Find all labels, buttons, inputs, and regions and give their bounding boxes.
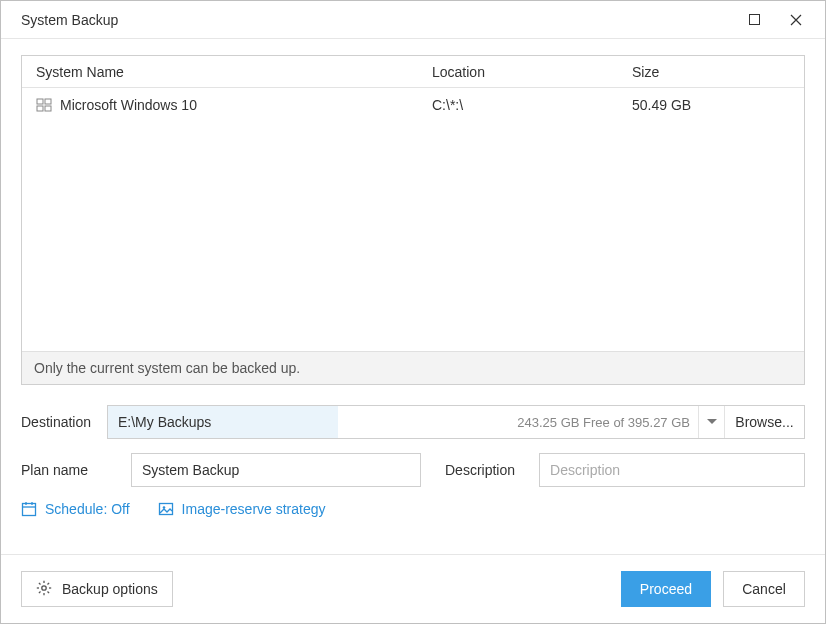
plan-name-input[interactable]: [131, 453, 421, 487]
close-icon: [790, 14, 802, 26]
schedule-link[interactable]: Schedule: Off: [21, 501, 130, 517]
table-row[interactable]: Microsoft Windows 10 C:\*:\ 50.49 GB: [22, 88, 804, 122]
options-links: Schedule: Off Image-reserve strategy: [21, 501, 805, 517]
svg-rect-5: [23, 504, 36, 516]
svg-rect-1: [37, 99, 43, 104]
svg-line-16: [39, 582, 41, 584]
svg-line-17: [48, 591, 50, 593]
destination-row: Destination E:\My Backups 243.25 GB Free…: [21, 405, 805, 439]
browse-button[interactable]: Browse...: [724, 406, 804, 438]
system-name: Microsoft Windows 10: [60, 97, 197, 113]
footer: Backup options Proceed Cancel: [1, 554, 825, 623]
destination-free-space: 243.25 GB Free of 395.27 GB: [338, 406, 698, 438]
table-body: Microsoft Windows 10 C:\*:\ 50.49 GB: [22, 88, 804, 351]
calendar-icon: [21, 501, 37, 517]
maximize-icon: [749, 14, 760, 25]
image-reserve-link[interactable]: Image-reserve strategy: [158, 501, 326, 517]
titlebar: System Backup: [1, 1, 825, 39]
gear-icon: [36, 580, 52, 599]
column-header-location[interactable]: Location: [432, 64, 632, 80]
svg-rect-4: [45, 106, 51, 111]
schedule-link-text: Schedule: Off: [45, 501, 130, 517]
window-title: System Backup: [21, 12, 733, 28]
destination-path[interactable]: E:\My Backups: [108, 406, 338, 438]
system-location: C:\*:\: [432, 97, 632, 113]
system-table: System Name Location Size Microsoft Wind…: [21, 55, 805, 385]
image-reserve-link-text: Image-reserve strategy: [182, 501, 326, 517]
image-icon: [158, 501, 174, 517]
svg-rect-3: [37, 106, 43, 111]
column-header-name[interactable]: System Name: [32, 64, 432, 80]
system-size: 50.49 GB: [632, 97, 794, 113]
windows-icon: [36, 97, 52, 113]
destination-label: Destination: [21, 414, 107, 430]
table-footer-note: Only the current system can be backed up…: [22, 351, 804, 384]
proceed-button[interactable]: Proceed: [621, 571, 711, 607]
plan-description-row: Plan name Description: [21, 453, 805, 487]
table-header: System Name Location Size: [22, 56, 804, 88]
maximize-button[interactable]: [733, 5, 775, 35]
description-input[interactable]: [539, 453, 805, 487]
column-header-size[interactable]: Size: [632, 64, 794, 80]
destination-field: E:\My Backups 243.25 GB Free of 395.27 G…: [107, 405, 805, 439]
backup-options-label: Backup options: [62, 581, 158, 597]
svg-rect-0: [749, 15, 759, 25]
form-section: Destination E:\My Backups 243.25 GB Free…: [21, 405, 805, 527]
svg-rect-2: [45, 99, 51, 104]
close-button[interactable]: [775, 5, 817, 35]
backup-options-button[interactable]: Backup options: [21, 571, 173, 607]
description-label: Description: [445, 462, 515, 478]
svg-line-19: [39, 591, 41, 593]
content-area: System Name Location Size Microsoft Wind…: [1, 39, 825, 554]
cancel-button[interactable]: Cancel: [723, 571, 805, 607]
destination-dropdown[interactable]: [698, 406, 724, 438]
plan-name-label: Plan name: [21, 462, 107, 478]
chevron-down-icon: [707, 419, 717, 425]
svg-point-11: [42, 585, 46, 589]
system-backup-window: System Backup System Name Location Size: [0, 0, 826, 624]
svg-line-18: [48, 582, 50, 584]
